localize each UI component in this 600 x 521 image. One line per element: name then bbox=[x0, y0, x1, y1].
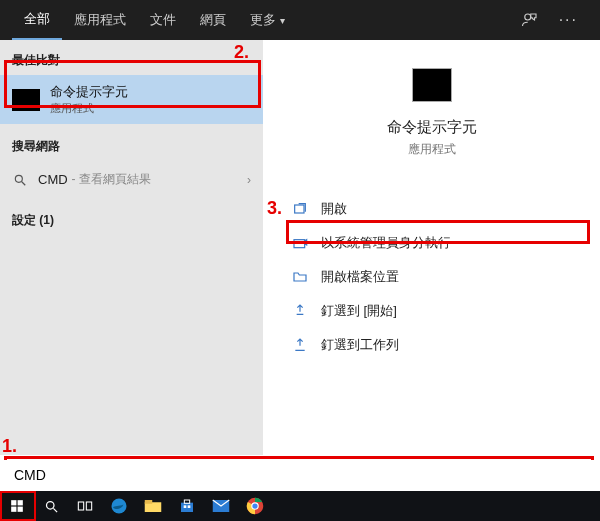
svg-rect-15 bbox=[145, 500, 153, 504]
svg-rect-5 bbox=[11, 500, 16, 505]
search-web-text: CMD bbox=[38, 172, 68, 187]
action-run-as-admin-label: 以系統管理員身分執行 bbox=[321, 234, 451, 252]
taskbar-explorer-icon[interactable] bbox=[136, 491, 170, 521]
open-icon bbox=[291, 200, 309, 218]
taskbar-edge-icon[interactable] bbox=[102, 491, 136, 521]
tab-more-label: 更多 bbox=[250, 11, 276, 29]
tab-apps[interactable]: 應用程式 bbox=[62, 0, 138, 40]
taskbar-mail-icon[interactable] bbox=[204, 491, 238, 521]
taskbar-chrome-icon[interactable] bbox=[238, 491, 272, 521]
settings-label: 設定 (1) bbox=[0, 206, 263, 235]
search-bar bbox=[4, 460, 596, 490]
svg-rect-19 bbox=[188, 505, 191, 508]
svg-rect-11 bbox=[78, 502, 83, 510]
pin-start-icon bbox=[291, 302, 309, 320]
svg-rect-18 bbox=[184, 505, 187, 508]
results-panel: 最佳比對 命令提示字元 應用程式 搜尋網路 CMD - 查看網頁結果 › 設定 … bbox=[0, 40, 263, 455]
search-web-sub: - 查看網頁結果 bbox=[72, 171, 151, 188]
preview-sub: 應用程式 bbox=[408, 141, 456, 158]
svg-point-0 bbox=[524, 14, 530, 20]
more-options-icon[interactable]: ··· bbox=[549, 11, 588, 29]
action-open-label: 開啟 bbox=[321, 200, 347, 218]
action-pin-to-start[interactable]: 釘選到 [開始] bbox=[285, 294, 578, 328]
svg-rect-6 bbox=[18, 500, 23, 505]
pin-taskbar-icon bbox=[291, 336, 309, 354]
svg-line-10 bbox=[53, 508, 57, 512]
best-match-title: 命令提示字元 bbox=[50, 83, 128, 101]
best-match-result[interactable]: 命令提示字元 應用程式 bbox=[0, 75, 263, 124]
feedback-icon[interactable] bbox=[511, 11, 549, 29]
search-filter-bar: 全部 應用程式 文件 網頁 更多 ▾ ··· bbox=[0, 0, 600, 40]
cmd-icon bbox=[12, 89, 40, 111]
taskbar-store-icon[interactable] bbox=[170, 491, 204, 521]
svg-rect-7 bbox=[11, 507, 16, 512]
tab-more[interactable]: 更多 ▾ bbox=[238, 0, 297, 40]
svg-rect-16 bbox=[181, 503, 193, 512]
svg-point-23 bbox=[252, 503, 257, 508]
svg-point-9 bbox=[46, 501, 54, 509]
start-button[interactable] bbox=[0, 491, 34, 521]
action-pin-to-start-label: 釘選到 [開始] bbox=[321, 302, 397, 320]
search-web-label: 搜尋網路 bbox=[0, 132, 263, 161]
admin-shield-icon bbox=[291, 234, 309, 252]
chevron-right-icon: › bbox=[247, 173, 251, 187]
best-match-sub: 應用程式 bbox=[50, 101, 128, 116]
action-open-file-location-label: 開啟檔案位置 bbox=[321, 268, 399, 286]
action-pin-to-taskbar[interactable]: 釘選到工作列 bbox=[285, 328, 578, 362]
preview-title: 命令提示字元 bbox=[387, 118, 477, 137]
taskbar-search-button[interactable] bbox=[34, 491, 68, 521]
action-open[interactable]: 開啟 bbox=[285, 192, 578, 226]
task-view-button[interactable] bbox=[68, 491, 102, 521]
svg-rect-3 bbox=[295, 205, 304, 213]
folder-icon bbox=[291, 268, 309, 286]
best-match-label: 最佳比對 bbox=[0, 46, 263, 75]
svg-rect-4 bbox=[294, 240, 305, 248]
svg-line-2 bbox=[22, 181, 26, 185]
action-pin-to-taskbar-label: 釘選到工作列 bbox=[321, 336, 399, 354]
svg-rect-17 bbox=[184, 500, 189, 503]
tab-all[interactable]: 全部 bbox=[12, 0, 62, 40]
action-open-file-location[interactable]: 開啟檔案位置 bbox=[285, 260, 578, 294]
taskbar bbox=[0, 491, 600, 521]
svg-rect-12 bbox=[86, 502, 91, 510]
search-icon bbox=[12, 172, 28, 188]
svg-point-1 bbox=[15, 175, 22, 182]
action-run-as-admin[interactable]: 以系統管理員身分執行 bbox=[285, 226, 578, 260]
tab-web[interactable]: 網頁 bbox=[188, 0, 238, 40]
cmd-large-icon bbox=[412, 68, 452, 102]
tab-documents[interactable]: 文件 bbox=[138, 0, 188, 40]
preview-panel: 命令提示字元 應用程式 開啟 以系統管理員身分執行 開啟檔案位置 bbox=[263, 40, 600, 455]
svg-rect-8 bbox=[18, 507, 23, 512]
chevron-down-icon: ▾ bbox=[280, 15, 285, 26]
search-web-result[interactable]: CMD - 查看網頁結果 › bbox=[0, 161, 263, 198]
search-input[interactable] bbox=[4, 460, 596, 490]
